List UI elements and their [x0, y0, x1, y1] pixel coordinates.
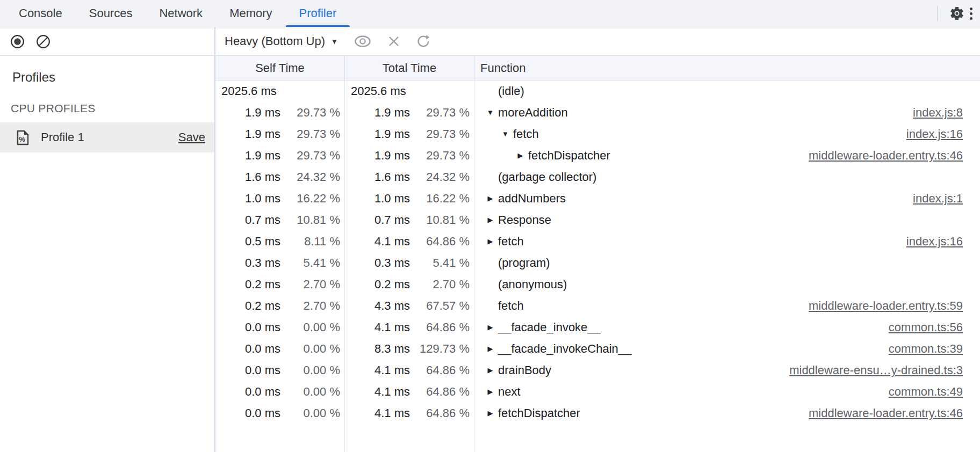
expander-icon[interactable]: ▶ — [486, 338, 494, 360]
source-link[interactable]: middleware-loader.entry.ts:46 — [809, 145, 980, 166]
restore-all-button[interactable] — [416, 34, 431, 49]
expander-icon[interactable]: ▼ — [486, 102, 494, 123]
source-link[interactable]: index.js:16 — [906, 231, 980, 252]
self-time-percent: 8.11 % — [280, 231, 345, 252]
self-time-percent: 2.70 % — [280, 274, 345, 295]
total-time-value: 4.3 ms — [345, 295, 410, 317]
self-time-value: 0.5 ms — [215, 231, 280, 252]
self-time-value: 1.9 ms — [215, 102, 280, 123]
tab-console[interactable]: Console — [5, 0, 76, 27]
chevron-down-icon: ▼ — [331, 38, 338, 46]
profile-table-row[interactable]: 1.6 ms 24.32 % 1.6 ms 24.32 % (garbage c… — [215, 166, 980, 188]
self-time-value: 1.0 ms — [215, 188, 280, 209]
expander-icon[interactable]: ▶ — [486, 317, 494, 338]
expander-icon[interactable]: ▶ — [486, 360, 494, 381]
function-cell: (program) — [474, 252, 980, 274]
profile-table-row[interactable]: 0.2 ms 2.70 % 4.3 ms 67.57 % fetch middl… — [215, 295, 980, 317]
settings-button[interactable] — [945, 2, 969, 25]
eye-icon — [354, 35, 372, 48]
function-name: moreAddition — [498, 102, 568, 123]
source-link[interactable]: middleware-loader.entry.ts:59 — [809, 295, 980, 317]
self-time-cell: 0.3 ms 5.41 % — [215, 252, 345, 274]
total-time-percent: 67.57 % — [410, 295, 474, 317]
self-time-cell: 0.7 ms 10.81 % — [215, 209, 345, 231]
function-cell: ▼ fetch index.js:16 — [474, 123, 980, 145]
function-name: (idle) — [498, 81, 524, 102]
profile-table-row[interactable]: 0.3 ms 5.41 % 0.3 ms 5.41 % (program) — [215, 252, 980, 274]
save-profile-link[interactable]: Save — [178, 130, 205, 144]
self-time-cell: 0.0 ms 0.00 % — [215, 317, 345, 338]
expander-icon[interactable]: ▼ — [501, 123, 509, 145]
view-mode-select[interactable]: Heavy (Bottom Up) ▼ — [225, 34, 338, 48]
profile-table-row[interactable]: 0.5 ms 8.11 % 4.1 ms 64.86 % ▶ fetch ind… — [215, 231, 980, 252]
devtools-tabbar: Console Sources Network Memory Profiler — [0, 0, 980, 27]
profiles-sidebar: Profiles CPU PROFILES % Profile 1 Save — [0, 56, 215, 452]
total-time-percent: 2.70 % — [410, 274, 474, 295]
profile-table-row[interactable]: 0.2 ms 2.70 % 0.2 ms 2.70 % (anonymous) — [215, 274, 980, 295]
grid-body: 2025.6 ms 2025.6 ms (idle) 1.9 ms 29.73 … — [215, 81, 980, 452]
expander-icon[interactable]: ▶ — [486, 188, 494, 209]
profile-table-row[interactable]: 1.0 ms 16.22 % 1.0 ms 16.22 % ▶ addNumbe… — [215, 188, 980, 209]
column-header-total-time[interactable]: Total Time — [345, 56, 474, 80]
self-time-cell: 0.0 ms 0.00 % — [215, 403, 345, 424]
profile-table-row[interactable]: 1.9 ms 29.73 % 1.9 ms 29.73 % ▼ fetch in… — [215, 123, 980, 145]
svg-text:%: % — [19, 135, 25, 143]
total-time-value: 1.9 ms — [345, 145, 410, 166]
tab-profiler[interactable]: Profiler — [286, 0, 350, 27]
profile-table-row[interactable]: 1.9 ms 29.73 % 1.9 ms 29.73 % ▶ fetchDis… — [215, 145, 980, 166]
function-cell: ▶ drainBody middleware-ensu…y-drained.ts… — [474, 360, 980, 381]
profile-table-row[interactable]: 0.0 ms 0.00 % 4.1 ms 64.86 % ▶ next comm… — [215, 381, 980, 403]
tab-network[interactable]: Network — [146, 0, 216, 27]
focus-selected-button[interactable] — [354, 35, 372, 48]
total-time-cell: 1.9 ms 29.73 % — [345, 123, 474, 145]
expander-icon[interactable]: ▶ — [486, 209, 494, 231]
expander-icon[interactable]: ▶ — [516, 145, 524, 166]
total-time-value: 1.6 ms — [345, 166, 410, 188]
active-tab-underline — [286, 25, 350, 27]
total-time-cell: 0.2 ms 2.70 % — [345, 274, 474, 295]
sidebar-item-profile-1[interactable]: % Profile 1 Save — [0, 122, 214, 152]
self-time-value: 0.0 ms — [215, 338, 280, 360]
profile-table-row[interactable]: 0.0 ms 0.00 % 4.1 ms 64.86 % ▶ __facade_… — [215, 317, 980, 338]
clear-button[interactable] — [36, 34, 51, 49]
column-divider — [344, 81, 345, 452]
self-time-value: 1.6 ms — [215, 166, 280, 188]
source-link[interactable]: common.ts:39 — [889, 338, 980, 360]
tab-memory[interactable]: Memory — [216, 0, 285, 27]
profile-table-row[interactable]: 1.9 ms 29.73 % 1.9 ms 29.73 % ▼ moreAddi… — [215, 102, 980, 123]
expander-icon[interactable]: ▶ — [486, 231, 494, 252]
expander-icon[interactable]: ▶ — [486, 403, 494, 424]
profile-table-row[interactable]: 0.0 ms 0.00 % 4.1 ms 64.86 % ▶ fetchDisp… — [215, 403, 980, 424]
profile-table-row[interactable]: 0.7 ms 10.81 % 0.7 ms 10.81 % ▶ Response — [215, 209, 980, 231]
self-time-value: 2025.6 ms — [215, 81, 277, 102]
expander-icon[interactable]: ▶ — [486, 381, 494, 403]
function-cell: ▶ __facade_invokeChain__ common.ts:39 — [474, 338, 980, 360]
source-link[interactable]: index.js:8 — [913, 102, 980, 123]
column-header-function[interactable]: Function — [474, 56, 980, 80]
source-link[interactable]: index.js:16 — [906, 123, 980, 145]
function-name: addNumbers — [498, 188, 566, 209]
tab-sources[interactable]: Sources — [76, 0, 146, 27]
record-button[interactable] — [10, 34, 25, 49]
exclude-selected-button[interactable] — [387, 35, 400, 48]
more-menu-button[interactable] — [970, 8, 972, 20]
function-name: Response — [498, 209, 551, 231]
total-time-percent: 29.73 % — [410, 102, 474, 123]
source-link[interactable]: middleware-loader.entry.ts:46 — [809, 403, 980, 424]
source-link[interactable]: middleware-ensu…y-drained.ts:3 — [789, 360, 980, 381]
profile-table-row[interactable]: 0.0 ms 0.00 % 8.3 ms 129.73 % ▶ __facade… — [215, 338, 980, 360]
column-header-self-time[interactable]: Self Time — [215, 56, 345, 80]
source-link[interactable]: common.ts:56 — [889, 317, 980, 338]
self-time-percent: 0.00 % — [280, 338, 345, 360]
source-link[interactable]: common.ts:49 — [889, 381, 980, 403]
self-time-value: 0.2 ms — [215, 295, 280, 317]
source-link[interactable]: index.js:1 — [913, 188, 980, 209]
profile-table-row[interactable]: 0.0 ms 0.00 % 4.1 ms 64.86 % ▶ drainBody… — [215, 360, 980, 381]
profile-table-row[interactable]: 2025.6 ms 2025.6 ms (idle) — [215, 81, 980, 102]
total-time-value: 4.1 ms — [345, 360, 410, 381]
tab-label: Profiler — [299, 6, 337, 20]
total-time-percent — [406, 81, 474, 102]
refresh-icon — [416, 34, 431, 49]
gear-icon — [949, 5, 965, 21]
total-time-cell: 4.1 ms 64.86 % — [345, 231, 474, 252]
